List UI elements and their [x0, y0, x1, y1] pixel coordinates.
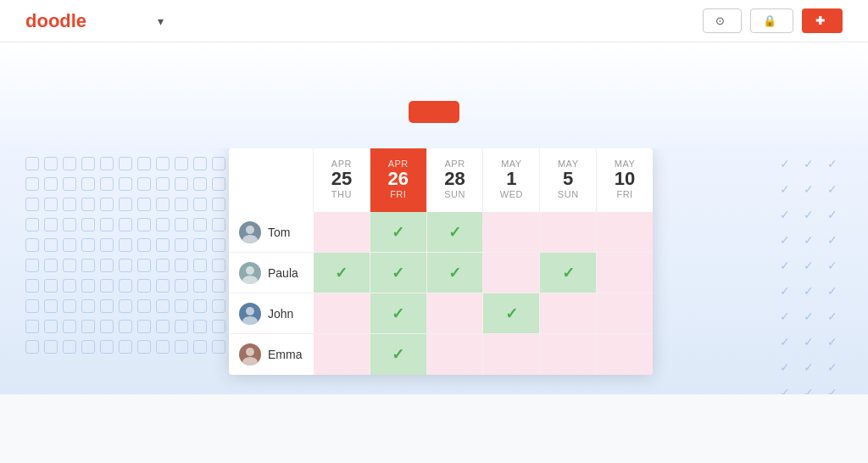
checkbox-cell — [137, 320, 151, 333]
checkbox-cell — [63, 279, 76, 293]
date-day: THU — [318, 189, 365, 199]
avatar — [239, 303, 261, 325]
checkbox-cell — [137, 238, 151, 252]
vote-cell — [597, 253, 653, 293]
check-cell: ✓ — [826, 360, 839, 374]
checkbox-cell — [63, 299, 76, 313]
login-button[interactable]: 🔒 — [750, 8, 793, 33]
checkbox-cell — [44, 279, 58, 293]
checkbox-cell — [156, 157, 170, 170]
check-cell: ✓ — [778, 335, 792, 349]
checkbox-cell — [119, 218, 132, 232]
checkbox-cell — [100, 299, 114, 313]
date-day: FRI — [601, 189, 648, 199]
name-spacer — [229, 148, 314, 212]
checkbox-cell — [100, 340, 114, 354]
checkbox-cell — [193, 259, 207, 272]
dates-area: Apr 25 THU Apr 26 FRI Apr 28 SUN May 1 W… — [314, 148, 653, 212]
checkbox-cell — [137, 218, 151, 232]
checkbox-cell — [25, 218, 39, 232]
hero-section — [0, 42, 868, 148]
trial-button[interactable] — [409, 101, 459, 123]
poll-rows: Tom✓✓Paula✓✓✓✓John✓✓Emma✓ — [229, 212, 653, 375]
person-icon: ⊙ — [715, 14, 725, 27]
person-name: Tom — [268, 226, 290, 239]
vote-cell: ✓ — [314, 253, 370, 293]
checkbox-cell — [212, 218, 225, 232]
poll-header: Apr 25 THU Apr 26 FRI Apr 28 SUN May 1 W… — [229, 148, 653, 212]
check-cell: ✓ — [826, 233, 839, 247]
person-name: Paula — [268, 266, 298, 280]
check-cell: ✓ — [826, 335, 839, 349]
vote-cell: ✓ — [370, 293, 427, 333]
avatar — [239, 343, 261, 365]
vote-cell: ✓ — [540, 253, 597, 293]
checkbox-cell — [100, 259, 114, 272]
checkbox-cell — [100, 279, 114, 293]
checkbox-cell — [212, 340, 225, 354]
logo-text: doodle — [25, 10, 86, 31]
checkbox-cell — [63, 340, 76, 354]
checkbox-cell — [25, 198, 39, 211]
person-cell: John — [229, 303, 314, 325]
checkbox-cell — [193, 157, 207, 170]
checkbox-cell — [212, 238, 225, 252]
checkbox-cell — [212, 320, 225, 333]
chevron-down-icon: ▾ — [158, 14, 164, 28]
checkbox-cell — [212, 299, 225, 313]
checkbox-cell — [193, 218, 207, 232]
checkbox-cell — [119, 279, 132, 293]
checkbox-cell — [25, 238, 39, 252]
checkbox-cell — [137, 299, 151, 313]
logo: doodle — [25, 10, 86, 32]
checkbox-cell — [119, 259, 132, 272]
date-column-4: May 5 SUN — [540, 148, 597, 212]
checkbox-cell — [156, 279, 170, 293]
checkbox-cell — [175, 320, 188, 333]
checkbox-cell — [193, 177, 207, 191]
language-selector[interactable]: ▾ — [154, 14, 164, 28]
check-cell: ✓ — [826, 386, 839, 394]
vote-cell — [427, 293, 484, 333]
check-cell: ✓ — [826, 182, 839, 196]
checkbox-cell — [137, 259, 151, 272]
checkbox-cell — [119, 198, 132, 211]
participant-row: John✓✓ — [229, 293, 653, 334]
checkbox-cell — [44, 320, 58, 333]
check-cell: ✓ — [778, 208, 792, 221]
checkbox-cell — [81, 198, 95, 211]
date-day: WED — [487, 189, 535, 199]
demo-area: ✓✓✓✓✓✓✓✓✓✓✓✓✓✓✓✓✓✓✓✓✓✓✓✓✓✓✓✓✓✓ Apr 25 TH… — [0, 148, 868, 394]
checkmark-icon: ✓ — [448, 264, 461, 282]
person-name: Emma — [268, 348, 302, 361]
checkbox-cell — [137, 177, 151, 191]
checkbox-cell — [81, 218, 95, 232]
checkbox-cell — [193, 299, 207, 313]
checkbox-cell — [25, 157, 39, 170]
vote-cell — [314, 334, 370, 375]
check-cell: ✓ — [826, 157, 839, 170]
checkbox-cell — [156, 259, 170, 272]
create-doodle-button[interactable]: ✚ — [802, 8, 843, 33]
check-cell: ✓ — [778, 284, 792, 298]
checkbox-cell — [175, 198, 188, 211]
checkbox-cell — [212, 279, 225, 293]
checkbox-cell — [156, 299, 170, 313]
signup-button[interactable]: ⊙ — [703, 8, 742, 33]
svg-point-4 — [246, 307, 254, 315]
checkbox-cell — [100, 238, 114, 252]
vote-cell — [597, 293, 653, 333]
checkbox-cell — [81, 238, 95, 252]
date-number: 26 — [375, 169, 422, 189]
checkbox-cell — [156, 198, 170, 211]
checkbox-cell — [212, 259, 225, 272]
date-number: 10 — [601, 169, 648, 189]
checkbox-cell — [119, 238, 132, 252]
check-cell: ✓ — [826, 208, 839, 221]
check-cell: ✓ — [826, 284, 839, 298]
checkbox-cell — [212, 198, 225, 211]
checkbox-cell — [81, 320, 95, 333]
svg-point-5 — [242, 316, 258, 325]
person-cell: Paula — [229, 262, 314, 284]
checkbox-cell — [156, 320, 170, 333]
